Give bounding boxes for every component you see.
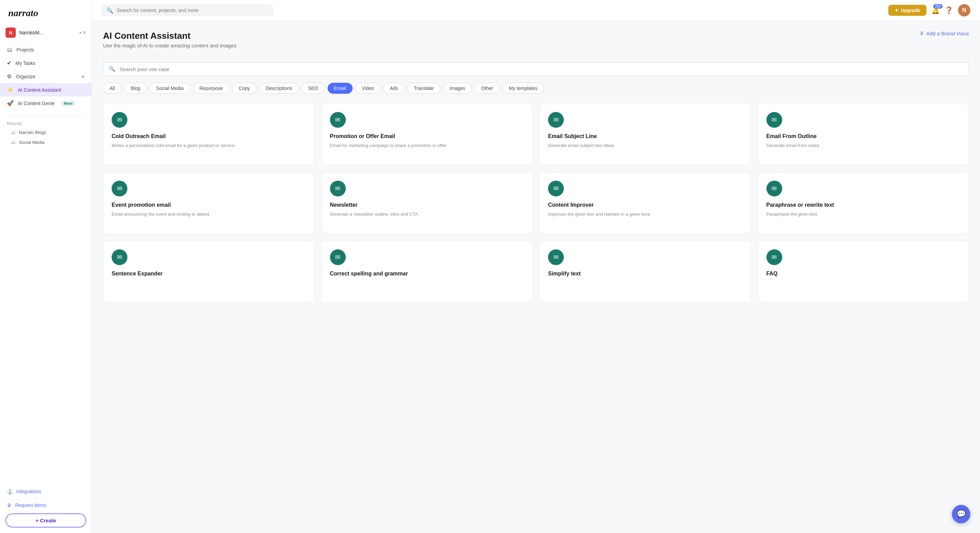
card-simplify-text[interactable]: ✉ Simplify text [539,241,751,302]
search-icon: 🔍 [107,7,113,14]
filter-tab-email[interactable]: Email [328,83,353,94]
card-title: Paraphrase or rewrite text [767,202,961,208]
filter-tab-blog[interactable]: Blog [124,83,147,94]
email-icon: ✉ [554,116,559,124]
card-newsletter[interactable]: ✉ Newsletter Generate a newsletter outli… [321,172,533,234]
sidebar-item-social-media[interactable]: 🗂 Social Media [0,137,92,147]
filter-tab-social-media[interactable]: Social Media [150,83,190,94]
filter-tab-repurpose[interactable]: Repurpose [193,83,230,94]
filter-tab-ads[interactable]: Ads [383,83,404,94]
card-icon-wrap: ✉ [330,249,346,265]
sidebar-item-my-tasks[interactable]: ✔ My Tasks [0,56,92,70]
upgrade-button[interactable]: ✦ Upgrade [888,5,926,16]
topbar: 🔍 ✦ Upgrade 🔔 210 ❓ N [92,0,980,21]
sidebar-item-narrato-blogs[interactable]: 🗂 Narrato Blogs [0,127,92,137]
card-icon-wrap: ✉ [111,112,127,128]
email-icon: ✉ [117,116,122,124]
card-faq[interactable]: ✉ FAQ [758,241,969,302]
template-search-input[interactable] [119,66,963,72]
lightning-icon: ⚡ [7,86,14,93]
notification-count: 210 [933,4,943,9]
org-switcher[interactable]: N NarratoM... ▾ ⚙ [0,25,92,41]
email-icon: ✉ [772,253,777,261]
card-promotion-offer-email[interactable]: ✉ Promotion or Offer Email Email for mar… [321,103,533,165]
card-desc: Paraphrase the given text. [767,211,961,218]
card-title: Content Improver [548,202,742,208]
page-subtitle: Use the magic of AI to create amazing co… [103,43,237,48]
card-event-promotion-email[interactable]: ✉ Event promotion email Email announcing… [103,172,315,234]
card-title: Simplify text [548,270,742,277]
card-icon-wrap: ✉ [767,112,782,128]
filter-tab-video[interactable]: Video [355,83,381,94]
card-desc: Improves the given text and rewrites in … [548,211,742,218]
recents-label: Recents [0,118,92,127]
folder-icon-2: 🗂 [11,140,16,145]
mic-icon: 🎙 [919,30,924,37]
template-search-icon: 🔍 [109,66,115,72]
email-icon: ✉ [335,253,340,261]
page-header: AI Content Assistant Use the magic of AI… [103,30,969,55]
create-button[interactable]: + Create [5,514,86,528]
card-icon-wrap: ✉ [111,181,127,196]
filter-tab-descriptions[interactable]: Descriptions [259,83,299,94]
card-icon-wrap: ✉ [111,249,127,265]
card-title: Cold Outreach Email [111,133,306,139]
card-desc: Writes a personalized cold email for a g… [111,142,306,149]
sidebar-bottom: ⚓ Integrations 🖥 Request demo + Create [0,480,92,533]
page-title: AI Content Assistant [103,30,237,41]
filter-tab-seo[interactable]: SEO [301,83,325,94]
filter-tab-all[interactable]: All [103,83,122,94]
chat-bubble[interactable]: 💬 [952,505,970,523]
help-icon[interactable]: ❓ [945,6,953,14]
gear-icon: ⚙ [7,73,12,80]
filter-tab-copy[interactable]: Copy [232,83,256,94]
filter-tab-my-templates[interactable]: My templates [502,83,544,94]
organize-arrow-icon: ▶ [82,74,85,79]
check-icon: ✔ [7,60,11,66]
card-icon-wrap: ✉ [548,112,564,128]
card-sentence-expander[interactable]: ✉ Sentence Expander [103,241,315,302]
card-title: Email From Outline [767,133,961,139]
avatar[interactable]: N [958,4,970,16]
card-desc: Generate email subject line ideas. [548,142,742,149]
request-demo-link[interactable]: 🖥 Request demo [5,500,86,511]
card-title: Sentence Expander [111,270,306,277]
sidebar-item-projects[interactable]: 🗂 Projects [0,43,92,56]
notification-bell[interactable]: 🔔 210 [931,6,940,14]
email-icon: ✉ [117,185,122,193]
card-title: Event promotion email [111,202,306,208]
card-icon-wrap: ✉ [767,249,782,265]
filter-tab-other[interactable]: Other [474,83,500,94]
global-search[interactable]: 🔍 [102,5,273,16]
sidebar-divider [5,115,86,116]
card-email-from-outline[interactable]: ✉ Email From Outline Generate email from… [758,103,969,165]
anchor-icon: ⚓ [7,489,13,494]
main-area: 🔍 ✦ Upgrade 🔔 210 ❓ N AI Content Assista… [92,0,980,533]
card-desc: Generate email from notes. [767,142,961,149]
cards-grid: ✉ Cold Outreach Email Writes a personali… [103,103,969,302]
card-cold-outreach-email[interactable]: ✉ Cold Outreach Email Writes a personali… [103,103,315,165]
card-title: FAQ [767,270,961,277]
content-area: AI Content Assistant Use the magic of AI… [92,21,980,533]
monitor-icon: 🖥 [7,503,12,508]
card-content-improver[interactable]: ✉ Content Improver Improves the given te… [539,172,751,234]
new-badge: New! [61,100,75,106]
filter-tab-images[interactable]: Images [443,83,472,94]
email-icon: ✉ [117,253,122,261]
sidebar-item-organize[interactable]: ⚙ Organize ▶ [0,70,92,83]
card-email-subject-line[interactable]: ✉ Email Subject Line Generate email subj… [539,103,751,165]
card-icon-wrap: ✉ [767,181,782,196]
template-search-bar[interactable]: 🔍 [103,62,969,76]
sidebar-item-ai-content-assistant[interactable]: ⚡ AI Content Assistant [0,83,92,97]
card-correct-spelling-grammar[interactable]: ✉ Correct spelling and grammar [321,241,533,302]
add-brand-voice-button[interactable]: 🎙 Add a Brand Voice [919,30,969,37]
email-icon: ✉ [554,253,559,261]
card-icon-wrap: ✉ [330,112,346,128]
search-input[interactable] [117,8,269,13]
org-avatar: N [5,27,16,38]
integrations-link[interactable]: ⚓ Integrations [5,486,86,497]
filter-tab-translate[interactable]: Translate [407,83,440,94]
sidebar-item-ai-content-genie[interactable]: 🚀 AI Content Genie New! [0,97,92,110]
rocket-icon: 🚀 [7,100,14,107]
card-paraphrase-rewrite[interactable]: ✉ Paraphrase or rewrite text Paraphrase … [758,172,969,234]
